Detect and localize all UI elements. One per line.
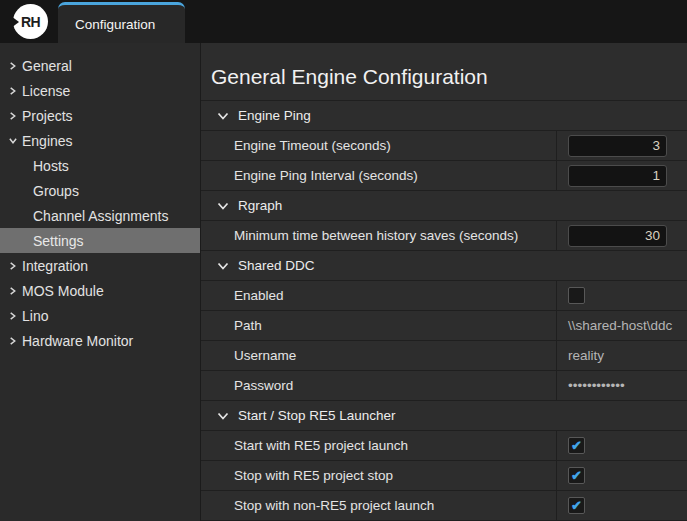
checkmark-icon: ✔ [571, 439, 582, 452]
setting-row-engine-ping-interval: Engine Ping Interval (seconds) [201, 161, 687, 191]
chevron-down-icon [217, 261, 229, 271]
section-title: Rgraph [238, 198, 282, 213]
setting-label: Stop with non-RE5 project launch [201, 491, 556, 520]
sidebar-item-hosts[interactable]: Hosts [0, 153, 200, 178]
setting-label: Path [201, 311, 556, 340]
settings-sections: Engine Ping Engine Timeout (seconds) Eng… [201, 100, 687, 521]
sidebar-item-license[interactable]: License [0, 78, 200, 103]
stop-with-re5-checkbox-checked[interactable]: ✔ [568, 467, 585, 484]
sidebar-item-label: Projects [22, 108, 73, 124]
chevron-right-icon [8, 61, 21, 71]
chevron-down-icon [217, 201, 229, 211]
engine-timeout-input[interactable] [568, 135, 667, 157]
sidebar-item-engines[interactable]: Engines [0, 128, 200, 153]
settings-panel: General Engine Configuration Engine Ping… [201, 43, 687, 521]
setting-label: Stop with RE5 project stop [201, 461, 556, 490]
sidebar-item-label: Hosts [33, 158, 69, 174]
sidebar-item-label: Settings [33, 233, 84, 249]
chevron-down-icon [217, 411, 229, 421]
chevron-down-icon [217, 111, 229, 121]
setting-value-cell: ✔ [556, 491, 687, 520]
chevron-right-icon [8, 336, 21, 346]
setting-row-enabled: Enabled [201, 281, 687, 311]
config-nav-sidebar: General License Projects Engines Hosts G… [0, 43, 201, 521]
chevron-right-icon [8, 86, 21, 96]
min-history-save-input[interactable] [568, 225, 667, 247]
section-header-start-stop-re5-launcher[interactable]: Start / Stop RE5 Launcher [201, 401, 687, 431]
setting-value-cell [556, 221, 687, 250]
setting-row-path: Path \\shared-host\ddc [201, 311, 687, 341]
section-header-engine-ping[interactable]: Engine Ping [201, 101, 687, 131]
sidebar-item-label: Integration [22, 258, 88, 274]
sidebar-item-label: Hardware Monitor [22, 333, 133, 349]
setting-label: Engine Timeout (seconds) [201, 131, 556, 160]
section-header-shared-ddc[interactable]: Shared DDC [201, 251, 687, 281]
path-field[interactable]: \\shared-host\ddc [568, 318, 672, 333]
setting-row-engine-timeout: Engine Timeout (seconds) [201, 131, 687, 161]
sidebar-item-settings[interactable]: Settings [0, 228, 200, 253]
sidebar-item-label: Groups [33, 183, 79, 199]
setting-row-username: Username reality [201, 341, 687, 371]
sidebar-item-label: Channel Assignments [33, 208, 168, 224]
setting-value-cell: ✔ [556, 461, 687, 490]
top-tab-bar: RH Configuration [0, 0, 687, 43]
chevron-right-icon [8, 261, 21, 271]
setting-row-min-history-save: Minimum time between history saves (seco… [201, 221, 687, 251]
section-title: Start / Stop RE5 Launcher [238, 408, 396, 423]
setting-row-stop-with-re5-stop: Stop with RE5 project stop ✔ [201, 461, 687, 491]
password-field[interactable]: •••••••••••• [568, 378, 625, 393]
start-with-re5-checkbox-checked[interactable]: ✔ [568, 437, 585, 454]
chevron-right-icon [8, 311, 21, 321]
sidebar-item-groups[interactable]: Groups [0, 178, 200, 203]
setting-label: Minimum time between history saves (seco… [201, 221, 556, 250]
section-title: Engine Ping [238, 108, 311, 123]
enabled-checkbox-unchecked[interactable] [568, 287, 585, 304]
sidebar-item-label: License [22, 83, 70, 99]
chevron-right-icon [8, 111, 21, 121]
sidebar-item-hardware-monitor[interactable]: Hardware Monitor [0, 328, 200, 353]
sidebar-item-projects[interactable]: Projects [0, 103, 200, 128]
checkmark-icon: ✔ [571, 499, 582, 512]
setting-value-cell [556, 131, 687, 160]
tab-label: Configuration [75, 17, 155, 32]
chevron-right-icon [8, 286, 21, 296]
sidebar-item-mos-module[interactable]: MOS Module [0, 278, 200, 303]
stop-with-non-re5-checkbox-checked[interactable]: ✔ [568, 497, 585, 514]
setting-label: Password [201, 371, 556, 400]
sidebar-item-channel-assignments[interactable]: Channel Assignments [0, 203, 200, 228]
logo-text: RH [21, 14, 40, 30]
setting-value-cell [556, 281, 687, 310]
page-title: General Engine Configuration [211, 65, 687, 89]
setting-value-cell [556, 161, 687, 190]
setting-label: Username [201, 341, 556, 370]
engine-ping-interval-input[interactable] [568, 165, 667, 187]
setting-label: Start with RE5 project launch [201, 431, 556, 460]
sidebar-item-label: Engines [22, 133, 73, 149]
setting-label: Enabled [201, 281, 556, 310]
sidebar-item-label: Lino [22, 308, 48, 324]
setting-value-cell: \\shared-host\ddc [556, 311, 687, 340]
setting-row-password: Password •••••••••••• [201, 371, 687, 401]
section-header-rgraph[interactable]: Rgraph [201, 191, 687, 221]
setting-row-stop-with-non-re5-launch: Stop with non-RE5 project launch ✔ [201, 491, 687, 521]
chevron-down-icon [8, 136, 21, 145]
section-title: Shared DDC [238, 258, 315, 273]
checkmark-icon: ✔ [571, 469, 582, 482]
reality-hub-logo[interactable]: RH [13, 4, 48, 39]
setting-value-cell: •••••••••••• [556, 371, 687, 400]
setting-label: Engine Ping Interval (seconds) [201, 161, 556, 190]
setting-row-start-with-re5-launch: Start with RE5 project launch ✔ [201, 431, 687, 461]
sidebar-item-label: General [22, 58, 72, 74]
setting-value-cell: reality [556, 341, 687, 370]
sidebar-item-general[interactable]: General [0, 53, 200, 78]
configuration-window: RH Configuration General License Project… [0, 0, 687, 521]
sidebar-item-integration[interactable]: Integration [0, 253, 200, 278]
sidebar-item-label: MOS Module [22, 283, 104, 299]
sidebar-item-lino[interactable]: Lino [0, 303, 200, 328]
setting-value-cell: ✔ [556, 431, 687, 460]
tab-configuration[interactable]: Configuration [58, 2, 185, 43]
username-field[interactable]: reality [568, 348, 604, 363]
